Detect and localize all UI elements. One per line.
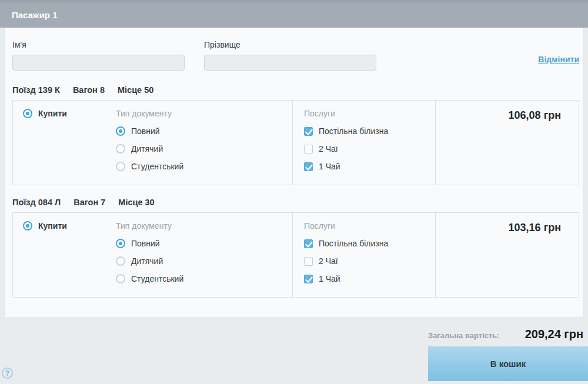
service-checkbox-bedding[interactable] [304, 127, 313, 136]
doc-type-option-child[interactable]: Дитячий [116, 256, 183, 266]
doc-type-option-student[interactable]: Студентський [116, 273, 183, 284]
doc-type-radio-student[interactable] [116, 274, 125, 283]
buy-radio[interactable] [23, 221, 32, 231]
doc-type-option-full[interactable]: Повний [116, 238, 183, 249]
wagon-label: Вагон 7 [74, 198, 105, 207]
buy-label: Купити [38, 109, 67, 118]
ticket-main-cell: Купити Тип документу Повний Дитячий Студ… [13, 213, 293, 297]
doc-type-group-label: Тип документу [116, 108, 183, 119]
first-name-field: Ім'я [12, 40, 185, 71]
last-name-input[interactable] [204, 55, 376, 71]
doc-type-option-child[interactable]: Дитячий [116, 143, 183, 154]
buy-column: Купити [23, 108, 116, 185]
doc-type-radio-full[interactable] [116, 126, 125, 136]
buy-label: Купити [38, 221, 67, 231]
passenger-title: Пасажир 1 [12, 10, 58, 20]
total-row: Загальна вартість: 209,24 грн [428, 328, 588, 341]
doc-type-label-child: Дитячий [131, 144, 163, 153]
doc-type-label-full: Повний [131, 126, 160, 136]
total-label: Загальна вартість: [428, 331, 500, 340]
train-label: Поїзд 084 Л [12, 198, 61, 207]
doc-type-radio-full[interactable] [116, 239, 125, 248]
doc-type-radio-student[interactable] [116, 162, 125, 171]
service-label-two-teas: 2 Чаї [319, 144, 338, 153]
ticket-title: Поїзд 139 К Вагон 8 Місце 50 [12, 85, 579, 95]
last-name-field: Прізвище [204, 40, 376, 71]
first-name-label: Ім'я [12, 40, 185, 49]
service-checkbox-bedding[interactable] [304, 239, 313, 248]
ticket-title: Поїзд 084 Л Вагон 7 Місце 30 [12, 198, 579, 207]
service-label-two-teas: 2 Чаї [319, 256, 338, 266]
service-option-two-teas[interactable]: 2 Чаї [304, 256, 435, 266]
doc-type-radio-child[interactable] [116, 256, 125, 266]
services-group-label: Послуги [304, 108, 435, 119]
services-cell: Послуги Постільна білизна 2 Чаї 1 Чай [293, 213, 436, 297]
service-option-two-teas[interactable]: 2 Чаї [304, 143, 435, 154]
ticket-box: Купити Тип документу Повний Дитячий Студ… [12, 100, 579, 185]
doc-type-group-label: Тип документу [116, 221, 183, 231]
ticket-price: 103,16 грн [436, 213, 579, 297]
doc-type-option-full[interactable]: Повний [116, 126, 183, 136]
passenger-card: Ім'я Прізвище Відмінити Поїзд 139 К Ваго… [4, 28, 584, 318]
ticket-box: Купити Тип документу Повний Дитячий Студ… [12, 212, 579, 298]
service-checkbox-two-teas[interactable] [304, 257, 313, 266]
buy-radio[interactable] [23, 109, 32, 118]
add-to-cart-button[interactable]: В кошик [428, 346, 588, 381]
last-name-label: Прізвище [204, 40, 376, 49]
seat-label: Місце 50 [118, 85, 153, 95]
ticket-main-cell: Купити Тип документу Повний Дитячий Студ… [13, 101, 293, 185]
service-checkbox-one-tea[interactable] [304, 275, 313, 283]
doc-type-label-student: Студентський [131, 162, 183, 171]
service-option-bedding[interactable]: Постільна білизна [304, 238, 435, 249]
wagon-label: Вагон 8 [73, 85, 105, 95]
train-label: Поїзд 139 К [12, 85, 60, 95]
cancel-wrap: Відмінити [538, 54, 579, 71]
buy-column: Купити [23, 221, 116, 297]
services-group-label: Послуги [304, 221, 435, 231]
services-cell: Послуги Постільна білизна 2 Чаї 1 Чай [293, 101, 436, 185]
service-option-one-tea[interactable]: 1 Чай [304, 273, 435, 284]
total-value: 209,24 грн [525, 328, 583, 341]
first-name-input[interactable] [12, 55, 185, 71]
ticket-price: 106,08 грн [436, 101, 579, 185]
service-label-bedding: Постільна білизна [319, 239, 388, 248]
service-checkbox-one-tea[interactable] [304, 162, 313, 171]
service-option-one-tea[interactable]: 1 Чай [304, 161, 435, 172]
service-label-bedding: Постільна білизна [319, 126, 388, 136]
service-label-one-tea: 1 Чай [319, 274, 340, 283]
seat-label: Місце 30 [118, 198, 154, 207]
service-label-one-tea: 1 Чай [319, 162, 340, 171]
doc-type-label-student: Студентський [131, 274, 183, 283]
name-form-row: Ім'я Прізвище Відмінити [12, 28, 579, 71]
doc-type-label-child: Дитячий [131, 256, 163, 266]
buy-option[interactable]: Купити [23, 221, 116, 231]
passenger-header: Пасажир 1 [0, 0, 588, 28]
help-icon[interactable]: ? [2, 368, 13, 379]
doc-type-group: Тип документу Повний Дитячий Студентськи… [116, 221, 183, 297]
doc-type-group: Тип документу Повний Дитячий Студентськи… [116, 108, 183, 185]
doc-type-label-full: Повний [131, 239, 160, 248]
cancel-link[interactable]: Відмінити [538, 55, 579, 64]
doc-type-option-student[interactable]: Студентський [116, 161, 183, 172]
buy-option[interactable]: Купити [23, 108, 116, 119]
doc-type-radio-child[interactable] [116, 144, 125, 153]
summary-footer: Загальна вартість: 209,24 грн В кошик [428, 328, 588, 381]
service-option-bedding[interactable]: Постільна білизна [304, 126, 435, 136]
service-checkbox-two-teas[interactable] [304, 145, 313, 153]
